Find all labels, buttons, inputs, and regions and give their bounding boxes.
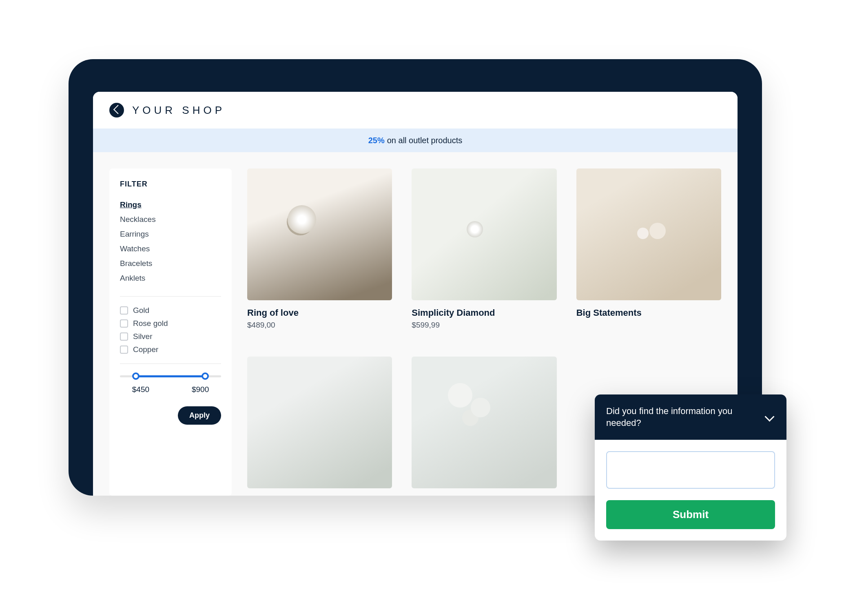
price-min: $450 bbox=[132, 385, 149, 394]
category-necklaces[interactable]: Necklaces bbox=[120, 212, 221, 227]
product-image[interactable] bbox=[412, 357, 556, 488]
product-image[interactable] bbox=[412, 168, 556, 300]
divider bbox=[120, 296, 221, 297]
shop-name: YOUR SHOP bbox=[132, 104, 225, 117]
site-header: YOUR SHOP bbox=[93, 92, 738, 129]
category-rings[interactable]: Rings bbox=[120, 197, 221, 212]
survey-widget: Did you find the information you needed?… bbox=[595, 394, 786, 541]
price-max: $900 bbox=[192, 385, 209, 394]
filter-panel: FILTER Rings Necklaces Earrings Watches … bbox=[109, 168, 232, 496]
slider-labels: $450 $900 bbox=[120, 385, 221, 394]
checkbox-icon[interactable] bbox=[120, 306, 128, 315]
material-silver[interactable]: Silver bbox=[120, 330, 221, 343]
chevron-down-icon[interactable] bbox=[764, 412, 775, 422]
material-copper[interactable]: Copper bbox=[120, 343, 221, 356]
category-earrings[interactable]: Earrings bbox=[120, 227, 221, 242]
product-image[interactable] bbox=[247, 168, 392, 300]
logo-icon bbox=[109, 103, 124, 117]
product-card[interactable]: Ring of love $489,00 bbox=[247, 168, 392, 337]
checkbox-icon[interactable] bbox=[120, 319, 128, 328]
product-price: $599,99 bbox=[412, 321, 556, 330]
material-rose-gold[interactable]: Rose gold bbox=[120, 317, 221, 330]
slider-handle-min[interactable] bbox=[132, 372, 140, 380]
category-anklets[interactable]: Anklets bbox=[120, 271, 221, 286]
category-bracelets[interactable]: Bracelets bbox=[120, 256, 221, 271]
product-image[interactable] bbox=[247, 357, 392, 488]
product-card[interactable]: Big Statements bbox=[576, 168, 721, 337]
slider-handle-max[interactable] bbox=[202, 372, 209, 380]
checkbox-icon[interactable] bbox=[120, 332, 128, 341]
product-name: Ring of love bbox=[247, 308, 392, 318]
product-card[interactable] bbox=[412, 357, 556, 496]
survey-body: Submit bbox=[595, 440, 786, 541]
product-name: Big Statements bbox=[576, 308, 721, 318]
promo-text: on all outlet products bbox=[387, 136, 463, 145]
price-slider[interactable] bbox=[120, 371, 221, 381]
material-gold[interactable]: Gold bbox=[120, 304, 221, 317]
category-watches[interactable]: Watches bbox=[120, 242, 221, 256]
product-image[interactable] bbox=[576, 168, 721, 300]
submit-button[interactable]: Submit bbox=[606, 500, 775, 529]
survey-question: Did you find the information you needed? bbox=[606, 405, 737, 429]
survey-header: Did you find the information you needed? bbox=[595, 394, 786, 440]
material-list: Gold Rose gold Silver Copper bbox=[120, 304, 221, 356]
divider bbox=[120, 363, 221, 364]
promo-banner: 25% on all outlet products bbox=[93, 129, 738, 152]
survey-input[interactable] bbox=[606, 451, 775, 489]
slider-fill bbox=[134, 375, 207, 377]
product-card[interactable]: Simplicity Diamond $599,99 bbox=[412, 168, 556, 337]
category-list: Rings Necklaces Earrings Watches Bracele… bbox=[120, 197, 221, 286]
promo-discount: 25% bbox=[368, 136, 385, 145]
product-price: $489,00 bbox=[247, 321, 392, 330]
apply-button[interactable]: Apply bbox=[178, 406, 221, 425]
product-name: Simplicity Diamond bbox=[412, 308, 556, 318]
filter-title: FILTER bbox=[120, 180, 221, 188]
product-card[interactable] bbox=[247, 357, 392, 496]
checkbox-icon[interactable] bbox=[120, 346, 128, 354]
